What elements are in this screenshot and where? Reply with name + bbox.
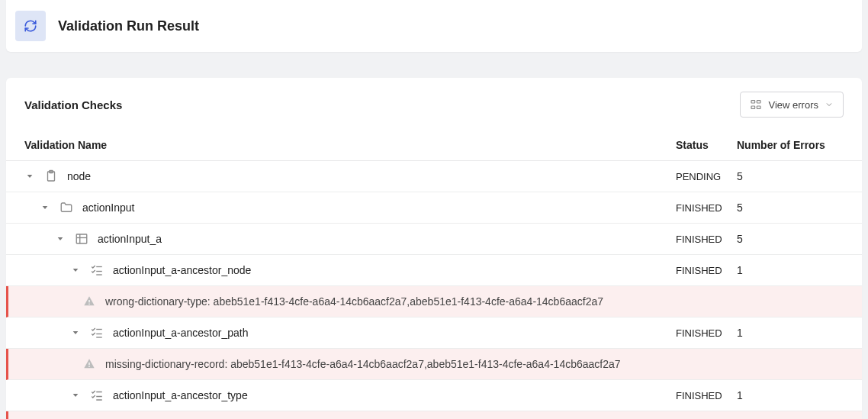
validation-checks-card: Validation Checks View errors Validation…	[6, 78, 862, 419]
error-label: missing-dictionary-record: abeb51e1-f413…	[105, 358, 621, 370]
warning-icon	[81, 293, 98, 310]
svg-marker-4	[27, 175, 33, 178]
expander-icon[interactable]	[70, 265, 81, 276]
checks-header: Validation Checks View errors	[6, 78, 862, 130]
error-row[interactable]: wrong-dictionary-type: abeb51e1-f413-4cf…	[6, 286, 862, 317]
svg-rect-16	[88, 300, 89, 302]
folder-icon	[58, 199, 75, 216]
view-errors-button[interactable]: View errors	[740, 92, 844, 118]
status-cell: FINISHED	[676, 202, 737, 214]
header-card: Validation Run Result	[6, 0, 862, 52]
row-label: actionInput_a-ancestor_type	[113, 389, 248, 401]
tree-row-ancestor-type[interactable]: actionInput_a-ancestor_type FINISHED 1	[6, 380, 862, 411]
errors-cell: 1	[737, 264, 844, 276]
svg-marker-7	[43, 206, 48, 209]
col-header-status: Status	[676, 139, 737, 151]
col-header-errors: Number of Errors	[737, 139, 844, 151]
table-icon	[73, 230, 90, 247]
errors-cell: 1	[737, 389, 844, 401]
tree-row-actioninput[interactable]: actionInput FINISHED 5	[6, 192, 862, 224]
errors-cell: 1	[737, 327, 844, 339]
status-cell: FINISHED	[676, 390, 737, 401]
status-cell: FINISHED	[676, 265, 737, 276]
svg-rect-0	[751, 101, 755, 103]
expander-icon[interactable]	[70, 327, 81, 338]
svg-marker-18	[73, 331, 79, 334]
checklist-icon	[88, 324, 105, 341]
svg-marker-24	[73, 394, 79, 397]
errors-cell: 5	[737, 201, 844, 214]
tree-row-ancestor-node[interactable]: actionInput_a-ancestor_node FINISHED 1	[6, 255, 862, 286]
row-label: actionInput	[82, 201, 135, 214]
status-cell: PENDING	[676, 171, 737, 182]
clipboard-icon	[43, 168, 59, 185]
svg-rect-2	[751, 106, 755, 108]
error-row[interactable]: missing-dictionary-record: abeb51e1-f413…	[6, 349, 862, 380]
page-title: Validation Run Result	[58, 18, 199, 34]
tree-row-node[interactable]: node PENDING 5	[6, 161, 862, 192]
svg-rect-9	[76, 234, 87, 243]
status-cell: FINISHED	[676, 234, 737, 245]
tree-row-actioninput-a[interactable]: actionInput_a FINISHED 5	[6, 224, 862, 255]
errors-cell: 5	[737, 170, 844, 182]
table-header: Validation Name Status Number of Errors	[6, 130, 862, 161]
expander-icon[interactable]	[70, 390, 81, 401]
row-label: actionInput_a-ancestor_path	[113, 327, 248, 339]
row-label: node	[67, 170, 91, 182]
status-cell: FINISHED	[676, 327, 737, 339]
error-label: wrong-dictionary-type: abeb51e1-f413-4cf…	[105, 295, 603, 308]
view-errors-label: View errors	[768, 99, 818, 111]
svg-rect-22	[88, 363, 89, 365]
checks-title: Validation Checks	[24, 98, 122, 111]
svg-rect-1	[757, 101, 761, 103]
svg-rect-3	[757, 106, 761, 108]
row-label: actionInput_a-ancestor_node	[113, 264, 251, 276]
svg-marker-12	[73, 269, 79, 272]
svg-rect-17	[88, 304, 89, 305]
expander-icon[interactable]	[55, 234, 66, 244]
refresh-icon	[24, 19, 37, 33]
checklist-icon	[88, 262, 105, 279]
chevron-down-icon	[825, 100, 834, 109]
svg-marker-8	[58, 237, 63, 240]
warning-icon	[81, 356, 98, 372]
tree-row-ancestor-path[interactable]: actionInput_a-ancestor_path FINISHED 1	[6, 317, 862, 349]
errors-cell: 5	[737, 233, 844, 245]
col-header-name: Validation Name	[24, 139, 676, 151]
checklist-icon	[88, 387, 105, 404]
refresh-button[interactable]	[15, 11, 46, 41]
error-row[interactable]: missing-dictionary-record: abeb51e1-f413…	[6, 411, 862, 419]
filter-icon	[750, 98, 762, 111]
row-label: actionInput_a	[98, 233, 162, 245]
expander-icon[interactable]	[40, 202, 50, 213]
svg-rect-23	[88, 366, 89, 367]
expander-icon[interactable]	[24, 171, 35, 182]
